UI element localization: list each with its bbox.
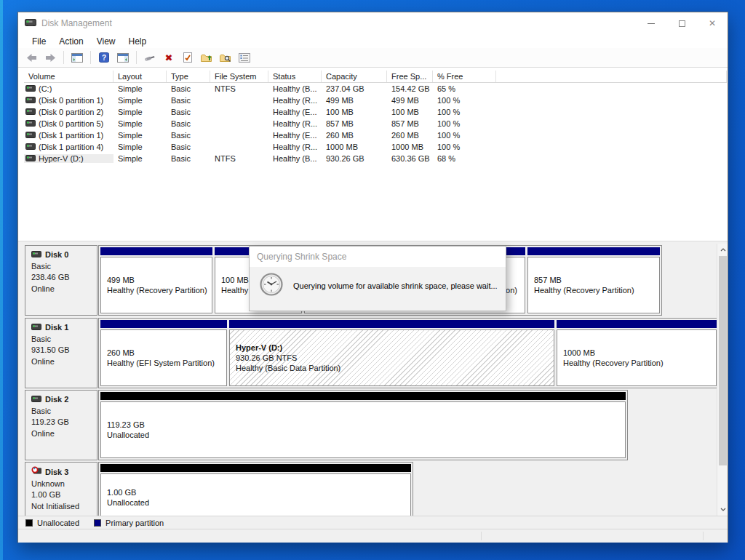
volume-rows: (C:)SimpleBasicNTFSHealthy (B...237.04 G… — [18, 83, 728, 164]
folder-up-button[interactable] — [199, 50, 215, 65]
volume-drive-icon — [25, 108, 36, 116]
back-button[interactable] — [23, 50, 39, 65]
properties-button[interactable] — [236, 50, 252, 65]
app-icon — [25, 17, 36, 30]
disk-1-partition-4[interactable]: 1000 MBHealthy (Recovery Partition) — [557, 320, 717, 386]
disk-3-status: Not Initialised — [31, 501, 97, 513]
volume-drive-icon — [25, 154, 36, 163]
volume-drive-icon — [25, 84, 36, 93]
dialog-message: Querying volume for available shrink spa… — [293, 281, 498, 290]
action-pane-icon — [117, 53, 129, 63]
disk-3-type: Unknown — [31, 479, 97, 490]
scroll-down-button[interactable] — [717, 504, 728, 515]
partition-color-bar — [100, 392, 626, 400]
column-type[interactable]: Type — [167, 71, 210, 82]
partition-color-bar — [100, 464, 411, 472]
forward-button[interactable] — [42, 50, 58, 65]
close-icon: ✕ — [709, 19, 716, 28]
column-file-system[interactable]: File System — [210, 71, 268, 82]
disk-0-partition-1[interactable]: 499 MBHealthy (Recovery Partition) — [100, 247, 212, 313]
action-pane-button[interactable] — [115, 50, 131, 65]
task-check-button[interactable] — [180, 50, 196, 65]
tool-icon — [144, 53, 156, 63]
disk-icon — [31, 249, 41, 261]
menu-help[interactable]: Help — [122, 36, 154, 47]
toolbar: ? ✖ — [18, 48, 728, 68]
volume-row[interactable]: (Disk 1 partition 4)SimpleBasicHealthy (… — [24, 141, 728, 153]
volume-drive-icon — [25, 143, 36, 151]
disk-1-size: 931.50 GB — [31, 345, 97, 356]
disk-2-size: 119.23 GB — [31, 417, 97, 428]
disk-2-status: Online — [31, 428, 97, 440]
volume-row[interactable]: (Disk 1 partition 1)SimpleBasicHealthy (… — [24, 129, 728, 141]
vertical-scrollbar[interactable] — [717, 244, 728, 516]
volume-row[interactable]: Hyper-V (D:)SimpleBasicNTFSHealthy (B...… — [24, 153, 728, 164]
legend-bar: Unallocated Primary partition — [18, 516, 728, 529]
folder-up-icon — [201, 53, 213, 63]
partition-color-bar — [229, 320, 554, 328]
disk-2-unallocated[interactable]: 119.23 GBUnallocated — [100, 392, 626, 458]
status-bar — [18, 529, 728, 543]
scrollbar-thumb[interactable] — [719, 256, 727, 465]
disk-3-unallocated[interactable]: 1.00 GBUnallocated — [100, 464, 411, 516]
toolbar-separator — [90, 51, 91, 64]
maximize-icon — [679, 20, 685, 27]
disk-1-partition-hyperv-selected[interactable]: Hyper-V (D:)930.26 GB NTFSHealthy (Basic… — [229, 320, 554, 386]
legend-primary-label: Primary partition — [105, 519, 164, 527]
volume-row[interactable]: (C:)SimpleBasicNTFSHealthy (B...237.04 G… — [24, 83, 728, 95]
toolbar-separator — [136, 51, 137, 64]
close-button[interactable]: ✕ — [697, 12, 728, 34]
disk-2-label[interactable]: Disk 2 Basic 119.23 GB Online — [25, 390, 97, 460]
disk-1-partition-1[interactable]: 260 MBHealthy (EFI System Partition) — [100, 320, 227, 386]
forward-icon — [45, 53, 56, 63]
volume-row[interactable]: (Disk 0 partition 5)SimpleBasicHealthy (… — [24, 118, 728, 129]
partition-color-bar — [100, 247, 212, 255]
properties-icon — [239, 53, 250, 63]
minimize-button[interactable] — [636, 12, 666, 34]
title-bar: Disk Management ✕ — [18, 12, 728, 34]
menu-file[interactable]: File — [25, 36, 52, 47]
disk-1-label[interactable]: Disk 1 Basic 931.50 GB Online — [25, 318, 97, 388]
console-tree-icon — [71, 53, 83, 63]
chevron-up-icon — [720, 248, 726, 252]
minimize-icon — [648, 23, 655, 24]
disk-1-row: Disk 1 Basic 931.50 GB Online 260 MBHeal… — [18, 318, 717, 389]
folder-search-button[interactable] — [218, 50, 234, 65]
volume-row[interactable]: (Disk 0 partition 1)SimpleBasicHealthy (… — [24, 95, 728, 106]
volume-row[interactable]: (Disk 0 partition 2)SimpleBasicHealthy (… — [24, 106, 728, 118]
volume-list: Volume Layout Type File System Status Ca… — [18, 68, 728, 241]
disk-0-status: Online — [31, 284, 97, 295]
column-pct-free[interactable]: % Free — [433, 71, 496, 82]
querying-shrink-space-dialog: Querying Shrink Space Querying volume fo… — [249, 246, 506, 311]
back-icon — [26, 53, 37, 63]
column-capacity[interactable]: Capacity — [322, 71, 387, 82]
disk-0-label[interactable]: Disk 0 Basic 238.46 GB Online — [25, 245, 97, 316]
column-status[interactable]: Status — [268, 71, 322, 82]
delete-volume-icon: ✖ — [165, 53, 173, 63]
delete-volume-button[interactable]: ✖ — [161, 50, 177, 65]
column-volume[interactable]: Volume — [24, 71, 113, 82]
maximize-button[interactable] — [666, 12, 697, 34]
disk-0-partition-5[interactable]: 857 MBHealthy (Recovery Partition) — [527, 247, 660, 313]
disk-3-size: 1.00 GB — [31, 489, 97, 501]
scroll-up-button[interactable] — [717, 244, 728, 255]
column-filler — [496, 71, 727, 82]
volume-drive-icon — [25, 131, 36, 140]
disk-1-strip: 260 MBHealthy (EFI System Partition) Hyp… — [98, 318, 719, 388]
tool-button[interactable] — [142, 50, 158, 65]
console-tree-button[interactable] — [69, 50, 85, 65]
column-layout[interactable]: Layout — [113, 71, 167, 82]
help-button[interactable]: ? — [96, 50, 112, 65]
menu-bar: File Action View Help — [18, 34, 728, 48]
column-free-space[interactable]: Free Sp... — [387, 71, 433, 82]
disk-2-type: Basic — [31, 406, 97, 417]
legend-unallocated-label: Unallocated — [37, 519, 79, 527]
task-check-icon — [183, 52, 192, 63]
menu-action[interactable]: Action — [52, 36, 89, 47]
menu-view[interactable]: View — [90, 36, 122, 47]
status-divider — [703, 532, 704, 540]
volume-list-header: Volume Layout Type File System Status Ca… — [24, 71, 727, 83]
disk-3-strip: 1.00 GBUnallocated — [98, 462, 413, 516]
disk-3-label[interactable]: Disk 3 Unknown 1.00 GB Not Initialised — [25, 462, 97, 516]
disk-management-window: Disk Management ✕ File Action View Help … — [17, 12, 728, 543]
